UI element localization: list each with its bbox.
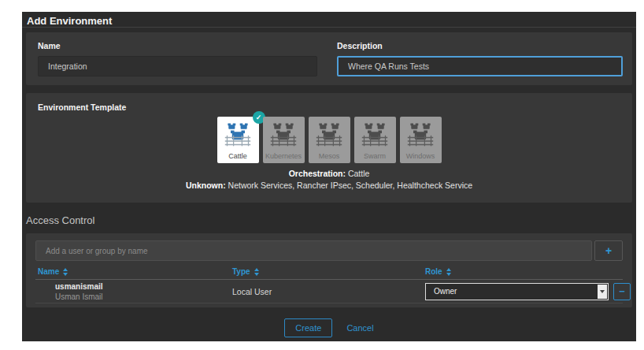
template-card-label: Cattle: [228, 152, 247, 160]
minus-icon: −: [619, 285, 625, 297]
footer-actions: Create Cancel: [22, 315, 636, 341]
add-environment-screen: Add Environment Name Description Environ…: [22, 12, 636, 341]
add-member-row: +: [35, 240, 623, 261]
template-card-label: Mesos: [319, 152, 340, 160]
role-select-value: Owner: [434, 287, 457, 296]
table-row-divider: [35, 303, 623, 303]
page-title: Add Environment: [27, 15, 112, 27]
template-card-label: Swarm: [364, 152, 386, 160]
environment-template-panel: Environment Template: [26, 93, 632, 203]
template-card-windows[interactable]: Windows: [400, 117, 442, 163]
sort-icon: [63, 268, 68, 276]
description-input[interactable]: [337, 56, 623, 76]
orchestration-summary: OrchestrationCattle: [26, 169, 632, 178]
column-header-type[interactable]: Type: [232, 267, 425, 276]
description-label: Description: [337, 41, 623, 50]
template-card-mesos[interactable]: Mesos: [309, 117, 350, 163]
chevron-down-icon: [598, 285, 607, 299]
name-field-group: Name: [38, 41, 317, 85]
template-card-label: Windows: [406, 152, 435, 160]
template-card-label: Kubernetes: [265, 152, 302, 160]
member-type-cell: Local User: [232, 287, 425, 296]
title-divider: [22, 27, 636, 28]
plus-icon: +: [605, 244, 612, 257]
template-card-swarm[interactable]: Swarm: [354, 117, 396, 163]
role-select[interactable]: Owner: [425, 283, 609, 300]
environment-form-panel: Name Description: [26, 32, 632, 85]
member-username: usmanismail: [55, 281, 232, 292]
column-header-name[interactable]: Name: [38, 267, 232, 276]
column-header-role[interactable]: Role: [425, 267, 631, 276]
access-control-panel: + Name Type Role usmanismail Usman Ismai…: [26, 233, 632, 307]
add-member-button[interactable]: +: [594, 240, 623, 261]
member-role-cell: Owner −: [425, 283, 631, 300]
name-input[interactable]: [38, 56, 317, 76]
description-field-group: Description: [337, 41, 623, 85]
template-card-cattle[interactable]: Cattle: [217, 117, 259, 163]
sort-icon: [446, 268, 451, 276]
members-table-header: Name Type Role: [38, 267, 631, 276]
cattle-icon: [406, 120, 435, 148]
template-card-kubernetes[interactable]: Kubernetes: [263, 117, 305, 163]
cattle-icon: [224, 120, 252, 148]
cattle-icon: [315, 120, 343, 148]
member-fullname: Usman Ismail: [55, 292, 232, 302]
cattle-icon: [269, 120, 298, 148]
create-button[interactable]: Create: [284, 318, 332, 337]
member-name-cell: usmanismail Usman Ismail: [38, 281, 232, 302]
sort-icon: [254, 268, 259, 276]
name-label: Name: [38, 41, 317, 50]
unknown-services-summary: UnknownNetwork Services, Rancher IPsec, …: [26, 181, 632, 190]
access-control-title: Access Control: [26, 214, 94, 226]
cancel-button[interactable]: Cancel: [346, 323, 373, 333]
remove-member-button[interactable]: −: [613, 283, 631, 300]
cattle-icon: [361, 120, 389, 148]
member-row: usmanismail Usman Ismail Local User Owne…: [38, 280, 631, 303]
template-card-row: Cattle: [26, 117, 632, 163]
add-member-input[interactable]: [35, 240, 592, 261]
environment-template-label: Environment Template: [38, 102, 126, 112]
